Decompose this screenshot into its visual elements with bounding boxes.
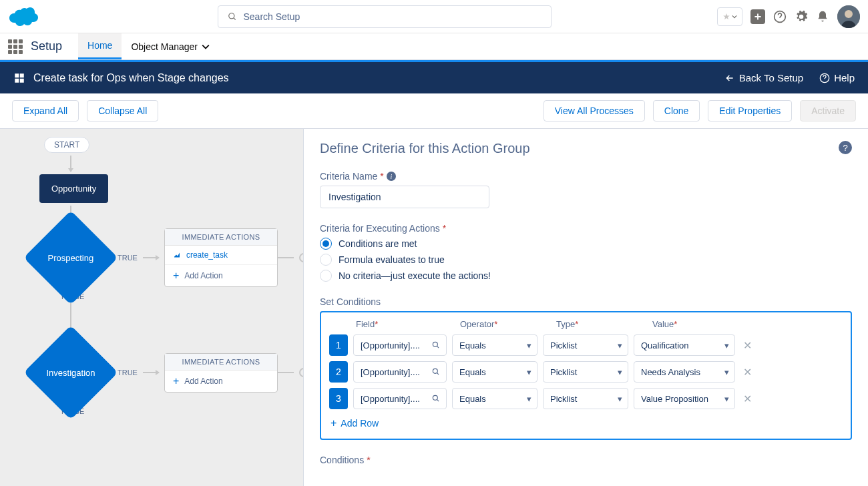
back-to-setup-button[interactable]: Back To Setup xyxy=(724,72,803,83)
remove-row-icon[interactable]: ✕ xyxy=(740,366,754,379)
help-icon[interactable] xyxy=(773,10,787,23)
salesforce-logo xyxy=(8,6,38,27)
tab-home[interactable]: Home xyxy=(78,33,122,59)
remove-row-icon[interactable]: ✕ xyxy=(740,339,754,352)
expand-all-button[interactable]: Expand All xyxy=(12,100,79,121)
conditions-label: Conditions* xyxy=(320,455,852,465)
svg-rect-7 xyxy=(20,73,24,77)
true-label: TRUE xyxy=(118,254,138,262)
global-header: Search Setup xyxy=(0,0,868,33)
type-picker[interactable]: Picklist▾ xyxy=(543,388,628,409)
exec-criteria-label: Criteria for Executing Actions* xyxy=(320,223,852,234)
process-icon xyxy=(13,72,25,84)
toolbar: Expand All Collapse All View All Process… xyxy=(0,93,868,128)
immediate-actions-header: IMMEDIATE ACTIONS xyxy=(165,354,277,371)
chevron-down-icon xyxy=(202,43,210,51)
svg-line-14 xyxy=(437,373,439,375)
value-picker[interactable]: Needs Analysis▾ xyxy=(634,361,735,383)
immediate-actions-box: IMMEDIATE ACTIONS create_task + Add Acti… xyxy=(164,228,278,287)
operator-picker[interactable]: Equals▾ xyxy=(452,388,537,409)
criteria-name-label: Criteria Name* i xyxy=(320,171,852,182)
app-launcher-icon[interactable] xyxy=(8,39,23,54)
svg-point-0 xyxy=(228,13,234,18)
row-number: 1 xyxy=(329,334,348,356)
action-create-task[interactable]: create_task xyxy=(165,246,277,265)
svg-line-16 xyxy=(437,399,439,401)
criteria-panel: ? Define Criteria for this Action Group … xyxy=(304,128,868,486)
object-node[interactable]: Opportunity xyxy=(39,174,108,203)
process-canvas: START Opportunity Prospecting TRUE IMMED… xyxy=(0,128,304,486)
search-input[interactable]: Search Setup xyxy=(218,5,552,28)
field-picker[interactable]: [Opportunity].... xyxy=(353,334,447,356)
add-action-button[interactable]: + Add Action xyxy=(165,265,277,286)
process-header-bar: Create task for Ops when Stage changes B… xyxy=(0,60,868,93)
app-name: Setup xyxy=(31,39,62,53)
view-all-processes-button[interactable]: View All Processes xyxy=(544,100,645,121)
clone-button[interactable]: Clone xyxy=(653,100,700,121)
info-icon[interactable]: i xyxy=(387,172,396,181)
type-picker[interactable]: Picklist▾ xyxy=(543,361,628,383)
condition-row: 1 [Opportunity].... Equals▾ Picklist▾ Qu… xyxy=(329,334,843,356)
user-avatar[interactable] xyxy=(837,5,860,28)
svg-rect-8 xyxy=(15,78,19,82)
svg-rect-6 xyxy=(15,73,19,77)
operator-picker[interactable]: Equals▾ xyxy=(452,334,537,356)
field-picker[interactable]: [Opportunity].... xyxy=(353,361,447,383)
favorites-menu[interactable] xyxy=(717,7,742,26)
stop-node[interactable] xyxy=(299,368,304,377)
conditions-box: Field* Operator* Type* Value* 1 [Opportu… xyxy=(320,311,852,440)
tab-object-manager[interactable]: Object Manager xyxy=(122,35,219,59)
svg-line-1 xyxy=(233,17,235,19)
immediate-actions-box: IMMEDIATE ACTIONS + Add Action xyxy=(164,353,278,393)
radio-formula[interactable]: Formula evaluates to true xyxy=(320,254,852,266)
start-node: START xyxy=(44,137,89,153)
add-action-button[interactable]: + Add Action xyxy=(165,371,277,392)
svg-rect-9 xyxy=(20,78,24,82)
true-label: TRUE xyxy=(118,369,138,377)
add-icon[interactable] xyxy=(750,9,765,24)
condition-row: 3 [Opportunity].... Equals▾ Picklist▾ Va… xyxy=(329,388,843,409)
row-number: 2 xyxy=(329,361,348,383)
gear-icon[interactable] xyxy=(795,10,808,23)
value-picker[interactable]: Qualification▾ xyxy=(634,334,735,356)
criteria-node-investigation[interactable]: Investigation xyxy=(23,325,118,419)
process-title: Create task for Ops when Stage changes xyxy=(33,72,724,84)
type-picker[interactable]: Picklist▾ xyxy=(543,334,628,356)
add-row-button[interactable]: +Add Row xyxy=(329,415,843,432)
setup-nav-bar: Setup Home Object Manager xyxy=(0,33,868,60)
row-number: 3 xyxy=(329,388,348,409)
radio-no-criteria[interactable]: No criteria—just execute the actions! xyxy=(320,270,852,282)
activate-button[interactable]: Activate xyxy=(800,100,856,121)
criteria-node-prospecting[interactable]: Prospecting xyxy=(23,210,118,304)
operator-picker[interactable]: Equals▾ xyxy=(452,361,537,383)
collapse-all-button[interactable]: Collapse All xyxy=(87,100,158,121)
svg-point-5 xyxy=(845,10,853,18)
field-picker[interactable]: [Opportunity].... xyxy=(353,388,447,409)
panel-title: Define Criteria for this Action Group xyxy=(320,141,852,156)
criteria-name-input[interactable] xyxy=(320,186,489,208)
bell-icon[interactable] xyxy=(816,10,829,23)
help-button[interactable]: Help xyxy=(819,72,855,83)
set-conditions-label: Set Conditions xyxy=(320,296,852,307)
condition-row: 2 [Opportunity].... Equals▾ Picklist▾ Ne… xyxy=(329,361,843,383)
edit-properties-button[interactable]: Edit Properties xyxy=(708,100,792,121)
immediate-actions-header: IMMEDIATE ACTIONS xyxy=(165,229,277,246)
stop-node[interactable] xyxy=(299,253,304,262)
value-picker[interactable]: Value Proposition▾ xyxy=(634,388,735,409)
radio-conditions-met[interactable]: Conditions are met xyxy=(320,238,852,250)
remove-row-icon[interactable]: ✕ xyxy=(740,393,754,405)
search-placeholder: Search Setup xyxy=(244,11,300,22)
svg-line-12 xyxy=(437,346,439,348)
panel-help-icon[interactable]: ? xyxy=(839,141,852,154)
